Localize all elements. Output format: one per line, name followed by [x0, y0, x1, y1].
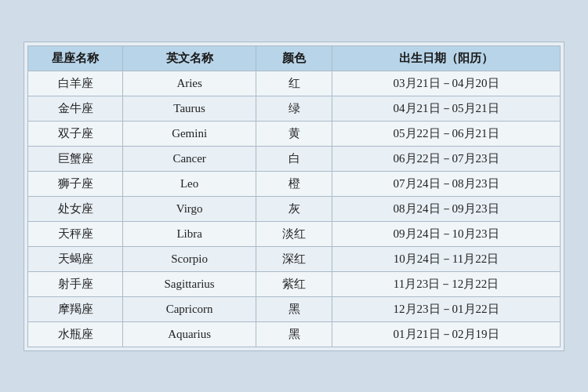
cell-color: 绿: [256, 96, 332, 121]
cell-color: 红: [256, 71, 332, 96]
cell-color: 紫红: [256, 271, 332, 296]
cell-date: 09月24日－10月23日: [332, 221, 561, 246]
cell-en: Aquarius: [123, 321, 256, 347]
cell-zh: 巨蟹座: [28, 146, 123, 171]
table-row: 巨蟹座Cancer白06月22日－07月23日: [28, 146, 561, 171]
cell-zh: 天蝎座: [28, 246, 123, 271]
cell-color: 淡红: [256, 221, 332, 246]
cell-en: Leo: [123, 171, 256, 196]
table-row: 金牛座Taurus绿04月21日－05月21日: [28, 96, 561, 121]
cell-zh: 处女座: [28, 196, 123, 221]
cell-zh: 金牛座: [28, 96, 123, 121]
cell-date: 05月22日－06月21日: [332, 121, 561, 146]
cell-zh: 摩羯座: [28, 296, 123, 321]
cell-en: Virgo: [123, 196, 256, 221]
cell-zh: 射手座: [28, 271, 123, 296]
cell-en: Taurus: [123, 96, 256, 121]
cell-en: Gemini: [123, 121, 256, 146]
cell-date: 04月21日－05月21日: [332, 96, 561, 121]
cell-zh: 狮子座: [28, 171, 123, 196]
cell-zh: 天秤座: [28, 221, 123, 246]
table-header-row: 星座名称 英文名称 颜色 出生日期（阳历）: [28, 45, 561, 71]
cell-date: 06月22日－07月23日: [332, 146, 561, 171]
cell-zh: 双子座: [28, 121, 123, 146]
cell-en: Sagittarius: [123, 271, 256, 296]
table-body: 白羊座Aries红03月21日－04月20日金牛座Taurus绿04月21日－0…: [28, 71, 561, 347]
cell-color: 灰: [256, 196, 332, 221]
header-date: 出生日期（阳历）: [332, 45, 561, 71]
table-row: 白羊座Aries红03月21日－04月20日: [28, 71, 561, 96]
cell-date: 08月24日－09月23日: [332, 196, 561, 221]
table-row: 天秤座Libra淡红09月24日－10月23日: [28, 221, 561, 246]
cell-en: Scorpio: [123, 246, 256, 271]
cell-color: 橙: [256, 171, 332, 196]
table-row: 狮子座Leo橙07月24日－08月23日: [28, 171, 561, 196]
cell-color: 黄: [256, 121, 332, 146]
cell-date: 11月23日－12月22日: [332, 271, 561, 296]
cell-date: 10月24日－11月22日: [332, 246, 561, 271]
cell-zh: 白羊座: [28, 71, 123, 96]
cell-color: 深红: [256, 246, 332, 271]
cell-en: Capricorn: [123, 296, 256, 321]
cell-date: 03月21日－04月20日: [332, 71, 561, 96]
table-row: 水瓶座Aquarius黑01月21日－02月19日: [28, 321, 561, 347]
cell-date: 12月23日－01月22日: [332, 296, 561, 321]
cell-color: 黑: [256, 321, 332, 347]
header-en: 英文名称: [123, 45, 256, 71]
cell-en: Cancer: [123, 146, 256, 171]
cell-en: Libra: [123, 221, 256, 246]
table-row: 摩羯座Capricorn黑12月23日－01月22日: [28, 296, 561, 321]
zodiac-table-container: 星座名称 英文名称 颜色 出生日期（阳历） 白羊座Aries红03月21日－04…: [24, 42, 564, 351]
zodiac-table: 星座名称 英文名称 颜色 出生日期（阳历） 白羊座Aries红03月21日－04…: [27, 45, 561, 347]
table-row: 处女座Virgo灰08月24日－09月23日: [28, 196, 561, 221]
table-row: 双子座Gemini黄05月22日－06月21日: [28, 121, 561, 146]
cell-zh: 水瓶座: [28, 321, 123, 347]
cell-date: 07月24日－08月23日: [332, 171, 561, 196]
cell-color: 白: [256, 146, 332, 171]
table-row: 射手座Sagittarius紫红11月23日－12月22日: [28, 271, 561, 296]
header-zh: 星座名称: [28, 45, 123, 71]
cell-date: 01月21日－02月19日: [332, 321, 561, 347]
cell-color: 黑: [256, 296, 332, 321]
table-row: 天蝎座Scorpio深红10月24日－11月22日: [28, 246, 561, 271]
cell-en: Aries: [123, 71, 256, 96]
header-color: 颜色: [256, 45, 332, 71]
